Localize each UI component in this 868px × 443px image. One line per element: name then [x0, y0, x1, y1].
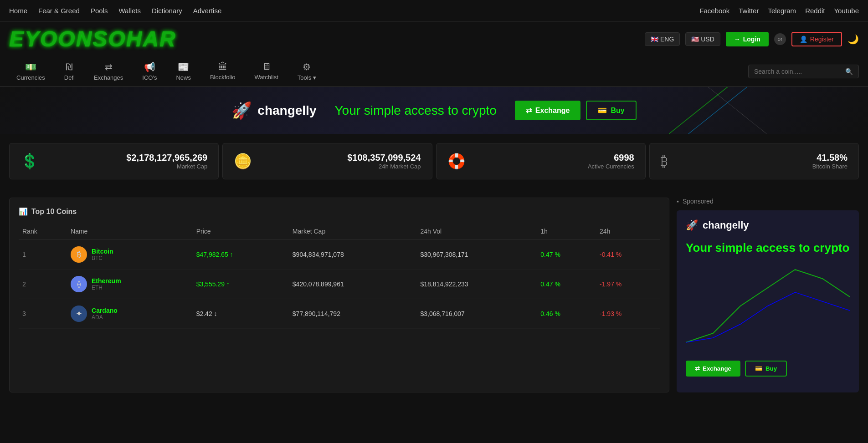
sponsored-chart-svg — [686, 260, 850, 351]
sidebar-item-blockfolio[interactable]: 🏛 Blockfolio — [203, 58, 243, 85]
banner-tagline: Your simple access to crypto — [334, 103, 496, 118]
stats-bar: 💲 $2,178,127,965,269 Market Cap 🪙 $108,3… — [0, 134, 868, 188]
sponsored-buy-button[interactable]: 💳 Buy — [745, 361, 787, 377]
logo-bar: EYOONSOHAR 🇬🇧 ENG 🇺🇸 USD → Login or 👤 Re… — [0, 22, 868, 56]
btc-name-group: Bitcoin BTC — [92, 248, 113, 261]
tools-icon: ⚙ — [303, 61, 311, 72]
eth-price: $3,555.29 ↑ — [196, 280, 230, 288]
currency-selector[interactable]: 🇺🇸 USD — [685, 32, 720, 46]
nav-home[interactable]: Home — [9, 7, 27, 15]
sponsored-brand: 🚀 changelly — [686, 219, 749, 231]
icos-icon: 📢 — [144, 61, 155, 72]
left-panel: 📊 Top 10 Coins Rank Name Price Market Ca… — [9, 198, 669, 392]
nav-facebook[interactable]: Facebook — [699, 7, 729, 15]
sponsored-label: ▪ Sponsored — [677, 198, 859, 205]
sidebar-item-currencies[interactable]: 💵 Currencies — [9, 58, 52, 85]
24h-market-cap-label: 24h Market Cap — [379, 163, 421, 170]
col-24h-vol: 24h Vol — [417, 223, 537, 240]
cardano-symbol: ADA — [92, 314, 118, 321]
coin-cell-btc: ₿ Bitcoin BTC — [71, 246, 189, 263]
active-currencies-value: 6998 — [614, 153, 634, 163]
stat-market-cap: 💲 $2,178,127,965,269 Market Cap — [9, 143, 219, 179]
nav-twitter[interactable]: Twitter — [739, 7, 759, 15]
col-1h: 1h — [537, 223, 596, 240]
active-currencies-info: 6998 Active Currencies — [473, 153, 634, 170]
rank-3: 3 — [22, 310, 26, 317]
col-price: Price — [193, 223, 289, 240]
bitcoin-share-info: 41.58% Bitcoin Share — [675, 153, 847, 170]
nav-advertise[interactable]: Advertise — [193, 7, 222, 15]
banner-buy-button[interactable]: 💳 Buy — [586, 101, 636, 120]
secondary-nav: 💵 Currencies ₪ Defi ⇄ Exchanges 📢 ICO's … — [0, 56, 868, 87]
col-24h: 24h — [596, 223, 660, 240]
nav-dictionary[interactable]: Dictionary — [152, 7, 182, 15]
nav-wallets[interactable]: Wallets — [118, 7, 141, 15]
banner-brand: 🚀 changelly — [231, 101, 316, 120]
col-name: Name — [67, 223, 193, 240]
rank-2: 2 — [22, 280, 26, 288]
ada-price: $2.42 ↕ — [196, 310, 217, 317]
ada-market-cap: $77,890,114,792 — [293, 310, 340, 317]
banner-exchange-button[interactable]: ⇄ Exchange — [515, 101, 581, 120]
sidebar-item-defi[interactable]: ₪ Defi — [57, 58, 82, 85]
col-rank: Rank — [19, 223, 67, 240]
sidebar-item-tools[interactable]: ⚙ Tools ▾ — [290, 58, 324, 85]
ada-change-1h: 0.46 % — [540, 310, 560, 317]
btc-vol-24h: $30,967,308,171 — [421, 251, 468, 258]
nav-fear-greed[interactable]: Fear & Greed — [38, 7, 80, 15]
news-icon: 📰 — [178, 61, 189, 72]
eth-market-cap: $420,078,899,961 — [293, 280, 344, 288]
search-input[interactable] — [754, 68, 845, 75]
sidebar-item-exchanges[interactable]: ⇄ Exchanges — [87, 58, 130, 85]
sp-exchange-icon: ⇄ — [695, 365, 700, 372]
ada-name-group: Cardano ADA — [92, 307, 118, 321]
buy-icon: 💳 — [598, 106, 607, 115]
nav-telegram[interactable]: Telegram — [768, 7, 796, 15]
bitcoin-share-value: 41.58% — [817, 153, 847, 163]
dark-mode-toggle[interactable]: 🌙 — [847, 34, 859, 45]
site-logo[interactable]: EYOONSOHAR — [9, 26, 176, 51]
right-panel: ▪ Sponsored 🚀 changelly Your simple acce… — [677, 198, 859, 392]
table-row[interactable]: 2 ⟠ Ethereum ETH $3,555.29 ↑ $420,078,89… — [19, 270, 660, 299]
sponsored-exchange-button[interactable]: ⇄ Exchange — [686, 361, 740, 377]
stat-bitcoin-share: ₿ 41.58% Bitcoin Share — [649, 143, 859, 179]
svg-line-0 — [669, 87, 728, 134]
defi-icon: ₪ — [66, 61, 73, 72]
market-cap-label: Market Cap — [177, 163, 207, 170]
banner-buttons: ⇄ Exchange 💳 Buy — [515, 101, 637, 120]
btc-market-cap: $904,834,971,078 — [293, 251, 344, 258]
ethereum-symbol: ETH — [92, 285, 121, 291]
ada-change-24h: -1.93 % — [600, 310, 621, 317]
btc-price: $47,982.65 ↑ — [196, 251, 233, 258]
sec-nav-items: 💵 Currencies ₪ Defi ⇄ Exchanges 📢 ICO's … — [9, 58, 324, 85]
sidebar-item-news[interactable]: 📰 News — [169, 58, 198, 85]
ethereum-name[interactable]: Ethereum — [92, 277, 121, 285]
currencies-icon: 💵 — [25, 61, 36, 72]
search-icon[interactable]: 🔍 — [845, 68, 853, 75]
table-row[interactable]: 1 ₿ Bitcoin BTC $47,982.65 ↑ $904,834,97… — [19, 240, 660, 270]
banner: 🚀 changelly Your simple access to crypto… — [0, 87, 868, 134]
or-badge: or — [774, 33, 786, 45]
register-button[interactable]: 👤 Register — [791, 32, 842, 46]
sidebar-item-icos[interactable]: 📢 ICO's — [135, 58, 164, 85]
bitcoin-name[interactable]: Bitcoin — [92, 248, 113, 255]
register-icon: 👤 — [800, 36, 807, 43]
sponsored-tagline: Your simple access to crypto — [686, 240, 849, 256]
btc-coin-icon: ₿ — [71, 246, 87, 263]
coin-cell-eth: ⟠ Ethereum ETH — [71, 276, 189, 292]
language-selector[interactable]: 🇬🇧 ENG — [645, 32, 680, 46]
nav-youtube[interactable]: Youtube — [834, 7, 859, 15]
sp-buy-icon: 💳 — [755, 365, 763, 372]
login-arrow-icon: → — [734, 36, 740, 43]
stat-24h-market-cap: 🪙 $108,357,099,524 24h Market Cap — [222, 143, 432, 179]
sponsored-box: 🚀 changelly Your simple access to crypto… — [677, 210, 859, 392]
nav-pools[interactable]: Pools — [91, 7, 108, 15]
search-box[interactable]: 🔍 — [748, 65, 859, 78]
nav-reddit[interactable]: Reddit — [805, 7, 825, 15]
banner-decoration — [669, 87, 786, 134]
login-button[interactable]: → Login — [726, 32, 769, 46]
cardano-name[interactable]: Cardano — [92, 307, 118, 314]
sidebar-item-watchlist[interactable]: 🖥 Watchlist — [247, 58, 286, 85]
market-cap-info: $2,178,127,965,269 Market Cap — [46, 153, 207, 170]
table-row[interactable]: 3 ✦ Cardano ADA $2.42 ↕ $77,890,114,792 … — [19, 299, 660, 329]
